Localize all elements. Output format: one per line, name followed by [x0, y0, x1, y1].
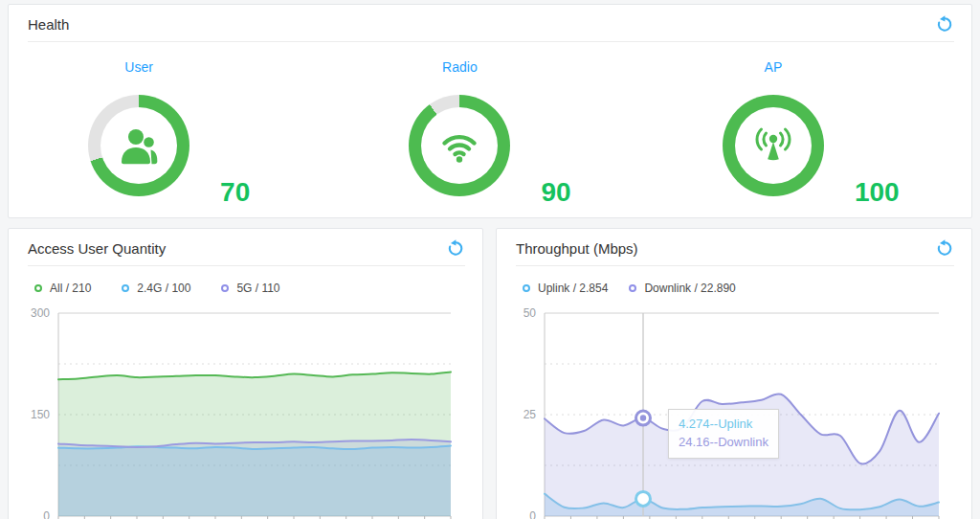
throughput-legend: Uplink / 2.854 Downlink / 22.890 [523, 282, 971, 295]
svg-text:150: 150 [31, 408, 50, 421]
health-panel: Health User [8, 4, 972, 218]
wifi-icon [436, 123, 482, 169]
legend-dot-downlink [629, 284, 636, 292]
refresh-icon [935, 14, 954, 34]
gauge-user-label: User [124, 59, 153, 76]
svg-text:0: 0 [43, 509, 50, 519]
refresh-icon [935, 238, 954, 258]
gauge-ap-ring [723, 95, 824, 196]
legend-dot-uplink [523, 284, 530, 292]
gauge-user-ring [88, 95, 189, 196]
refresh-button[interactable] [444, 237, 467, 260]
svg-text:300: 300 [31, 308, 50, 320]
divider [516, 265, 954, 266]
access-user-quantity-title: Access User Quantity [28, 240, 166, 257]
gauge-ap: AP [651, 57, 971, 208]
access-user-chart[interactable]: 0150300 [9, 308, 482, 519]
refresh-button[interactable] [933, 12, 956, 35]
legend-item-24g[interactable]: 2.4G / 100 [122, 282, 190, 295]
throughput-title: Throughput (Mbps) [516, 240, 638, 257]
legend-dot-all [34, 284, 42, 292]
legend-dot-5g [221, 284, 229, 292]
gauge-radio: Radio 90 [329, 57, 650, 208]
users-icon [116, 123, 162, 169]
refresh-icon [446, 238, 465, 258]
refresh-button[interactable] [933, 237, 956, 260]
throughput-chart[interactable]: 02550 4.274--Uplink 24.16--Downlink [497, 308, 971, 519]
legend-item-all[interactable]: All / 210 [34, 282, 91, 295]
gauge-radio-label: Radio [442, 59, 478, 76]
throughput-chart-svg: 02550 [497, 308, 971, 519]
health-panel-title: Health [28, 16, 69, 33]
svg-text:0: 0 [529, 509, 536, 519]
antenna-icon [750, 123, 796, 169]
gauge-user: User 70 [9, 57, 329, 208]
svg-text:50: 50 [523, 308, 537, 320]
gauge-ap-value: 100 [855, 177, 900, 208]
access-user-quantity-panel: Access User Quantity All / 210 2.4G / 10… [8, 228, 483, 519]
gauge-radio-ring [409, 95, 510, 196]
legend-item-downlink[interactable]: Downlink / 22.890 [629, 282, 735, 295]
access-user-chart-svg: 0150300 [9, 308, 482, 519]
legend-item-uplink[interactable]: Uplink / 2.854 [523, 282, 608, 295]
gauge-user-value: 70 [220, 177, 250, 208]
gauge-radio-value: 90 [541, 177, 570, 208]
legend-item-5g[interactable]: 5G / 110 [221, 282, 279, 295]
divider [28, 265, 465, 266]
throughput-panel: Throughput (Mbps) Uplink / 2.854 Downlin… [496, 228, 972, 519]
svg-text:25: 25 [523, 408, 537, 421]
access-user-legend: All / 210 2.4G / 100 5G / 110 [34, 282, 482, 295]
legend-dot-24g [122, 284, 129, 292]
gauge-ap-label: AP [765, 59, 783, 76]
divider [28, 41, 954, 42]
